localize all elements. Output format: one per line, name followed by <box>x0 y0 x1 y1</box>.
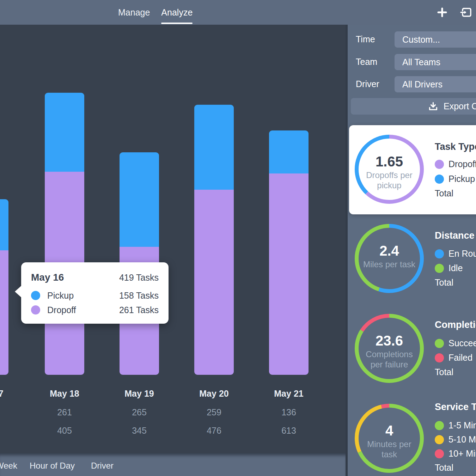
filter-label-time: Time <box>356 34 375 44</box>
legend-label: Failed <box>448 353 472 363</box>
card-title: Service Time <box>435 402 476 413</box>
filter-select-time[interactable]: Custom... <box>395 31 476 48</box>
filter-label-team: Team <box>356 57 377 67</box>
plus-icon[interactable] <box>437 7 448 18</box>
bottom-tab-hour-of-day[interactable]: Hour of Day <box>30 453 75 476</box>
filter-label-driver: Driver <box>356 79 379 89</box>
metric-value: 1.65 <box>359 154 419 169</box>
card-title: Distance (mi) <box>435 230 476 241</box>
stacked-bar-may-20[interactable] <box>194 105 234 375</box>
analytics-dashboard: May 17May 18261405May 19265345May 202594… <box>0 0 476 476</box>
x-axis-date-label: May 19 <box>111 389 167 399</box>
metric-value: 2.4 <box>359 243 419 258</box>
stacked-bar-may-17[interactable] <box>0 199 8 375</box>
succeeded-dot <box>435 339 444 348</box>
tooltip-arrow-left <box>15 286 22 298</box>
10-min-dot <box>435 449 444 458</box>
legend-row-succeeded: Succeeded <box>435 338 476 348</box>
tooltip-total: 419 Tasks <box>119 273 159 283</box>
filter-select-driver[interactable]: All Drivers <box>395 76 476 92</box>
1-5-min-dot <box>435 421 444 430</box>
total-label: Total <box>435 367 453 377</box>
filter-select-team[interactable]: All Teams <box>395 54 476 70</box>
bottom-tab-bar: Day of WeekHour of DayDriver <box>0 453 346 476</box>
x-axis-date-label: May 18 <box>36 389 93 399</box>
tooltip-date: May 16 <box>31 272 119 283</box>
legend-row-10-min: 10+ Min <box>435 448 476 459</box>
pickup-segment[interactable] <box>269 130 309 173</box>
pickup-legend-dot <box>31 291 40 300</box>
top-nav: Manage Analyze <box>0 0 476 25</box>
donut-center-text: 23.6Completions per failure <box>359 333 419 370</box>
donut-center-text: 4Minutes per task <box>359 423 419 459</box>
tasks-bar-chart: May 17May 18261405May 19265345May 202594… <box>0 25 346 453</box>
en-route-dot <box>435 249 444 258</box>
metric-value: 4 <box>359 423 419 438</box>
metric-label: Minutes per task <box>359 439 419 459</box>
legend-label: En Route <box>448 249 476 259</box>
bottom-tab-driver[interactable]: Driver <box>91 453 114 476</box>
legend-label: Dropoff <box>448 159 476 169</box>
pickup-count-label: 259 <box>186 407 242 417</box>
tab-analyze[interactable]: Analyze <box>161 0 193 25</box>
tooltip-series-value: 158 Tasks <box>119 291 159 301</box>
tooltip-series-name: Pickup <box>47 291 119 301</box>
x-axis-date-label: May 20 <box>186 389 242 399</box>
download-icon <box>428 102 438 111</box>
card-title: Completions <box>435 319 476 330</box>
legend-row-idle: Idle <box>435 263 463 273</box>
dropoff-dot <box>435 160 444 169</box>
pickup-dot <box>435 175 444 184</box>
dropoff-count-label: 613 <box>261 426 317 436</box>
stacked-bar-may-18[interactable] <box>45 93 84 375</box>
tooltip-row-pickup: Pickup158 Tasks <box>31 290 159 301</box>
total-label: Total <box>435 463 453 473</box>
metric-label: Miles per task <box>359 259 419 269</box>
legend-label: 10+ Min <box>448 448 476 459</box>
dropoff-count-label: 345 <box>111 426 167 436</box>
legend-row-1-5-min: 1-5 Min <box>435 420 476 431</box>
pickup-segment[interactable] <box>194 105 234 190</box>
legend-label: Succeeded <box>448 338 476 348</box>
nav-icons <box>437 0 473 25</box>
dropoff-segment[interactable] <box>269 173 309 375</box>
metric-value: 23.6 <box>359 333 419 348</box>
legend-label: Pickup <box>448 174 475 184</box>
total-label: Total <box>435 277 453 288</box>
x-axis-date-label: May 17 <box>0 389 17 399</box>
pickup-count-label: 265 <box>111 407 167 417</box>
5-10-min-dot <box>435 435 444 444</box>
legend-label: 5-10 Min <box>448 434 476 445</box>
panel-divider <box>346 25 348 476</box>
dropoff-count-label: 476 <box>186 426 242 436</box>
dropoff-segment[interactable] <box>0 250 8 375</box>
total-label: Total <box>435 188 453 199</box>
tooltip-row-dropoff: Dropoff261 Tasks <box>31 304 159 316</box>
legend-row-5-10-min: 5-10 Min <box>435 434 476 445</box>
legend-row-dropoff: Dropoff <box>435 159 476 169</box>
donut-center-text: 1.65Dropoffs per pickup <box>359 154 419 190</box>
export-csv-button[interactable]: Export CSV <box>351 98 476 115</box>
export-button-label: Export CSV <box>444 101 476 111</box>
dropoff-segment[interactable] <box>194 190 234 375</box>
legend-row-en-route: En Route <box>435 249 476 259</box>
import-box-icon[interactable] <box>460 6 473 19</box>
card-title: Task Types <box>435 141 476 152</box>
legend-label: Idle <box>448 263 463 273</box>
pickup-segment[interactable] <box>45 93 84 172</box>
metric-label: Dropoffs per pickup <box>359 170 419 190</box>
pickup-segment[interactable] <box>120 152 159 247</box>
tab-manage[interactable]: Manage <box>118 0 150 25</box>
pickup-segment[interactable] <box>0 199 8 250</box>
dropoff-count-label: 405 <box>36 426 93 436</box>
tooltip-series-name: Dropoff <box>47 305 119 315</box>
dropoff-legend-dot <box>31 305 40 315</box>
donut-center-text: 2.4Miles per task <box>359 243 419 269</box>
bottom-tab-day-of-week[interactable]: Day of Week <box>0 453 17 476</box>
stacked-bar-may-21[interactable] <box>269 130 309 375</box>
pickup-count-label: 261 <box>36 407 93 417</box>
legend-label: 1-5 Min <box>448 420 476 431</box>
tooltip-series-value: 261 Tasks <box>119 305 159 315</box>
metric-label: Completions per failure <box>359 349 419 370</box>
chart-tooltip: May 16 419 Tasks Pickup158 TasksDropoff2… <box>21 262 169 324</box>
